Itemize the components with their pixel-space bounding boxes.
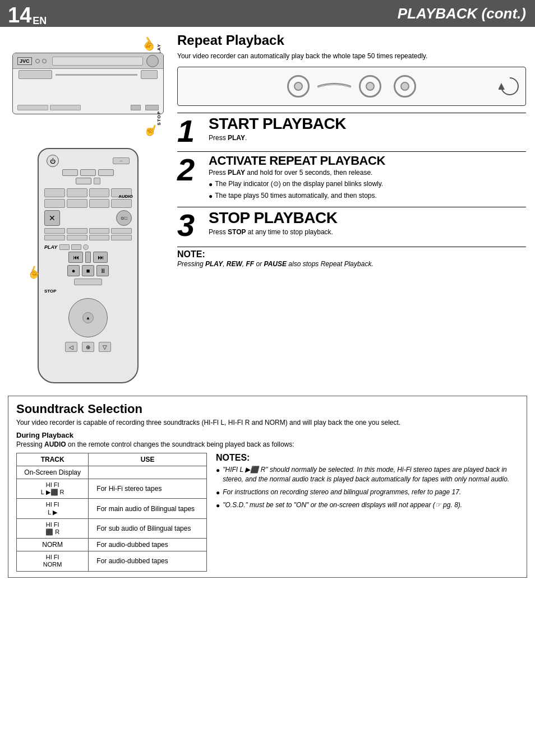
soundtrack-intro: Your video recorder is capable of record… xyxy=(16,419,519,426)
step-1-heading: START PLAYBACK xyxy=(209,115,526,133)
step-2-bullets: ● The Play indicator (⊙) on the display … xyxy=(209,179,526,201)
note-text: Pressing PLAY, REW, FF or PAUSE also sto… xyxy=(177,259,526,269)
page-title: PLAYBACK (cont.) xyxy=(52,0,535,27)
remote-small-row xyxy=(44,279,132,285)
vcr-illustration: PLAY JVC xyxy=(12,48,164,131)
remote-btn-3 xyxy=(98,169,114,176)
repeat-playback-title: Repeat Playback xyxy=(177,33,526,48)
vcr-btn-2 xyxy=(145,105,159,110)
table-row-hifi-r: HI FI⬛ R For sub audio of Bilingual tape… xyxy=(17,518,207,538)
step-1-block: 1 START PLAYBACK Press PLAY. xyxy=(177,113,526,147)
during-desc: Pressing AUDIO on the remote control cha… xyxy=(16,440,519,448)
table-col-track: TRACK xyxy=(17,453,89,466)
tape-path-svg xyxy=(317,78,351,95)
device-illustrations: PLAY JVC xyxy=(0,27,174,389)
remote-row-2 xyxy=(39,178,137,184)
tape-reel-far-right-inner xyxy=(400,82,409,91)
page-header: 14EN PLAYBACK (cont.) xyxy=(0,0,535,27)
remote-transport-sm xyxy=(85,252,91,263)
remote-plus-4 xyxy=(111,228,132,240)
remote-plus-top xyxy=(44,228,65,234)
vcr-brand-label: JVC xyxy=(17,57,32,65)
remote-stop-btn: ■ xyxy=(82,265,94,276)
remote-power-btn: ⏻ xyxy=(47,155,59,167)
remote-grid-btn-8 xyxy=(111,199,132,208)
remote-dpad-row: ▲ xyxy=(44,296,132,340)
vcr-slots xyxy=(17,105,81,110)
tape-reel-far-right xyxy=(394,75,416,98)
vcr-panel-1 xyxy=(19,70,52,79)
tape-reel-right xyxy=(359,75,381,98)
table-track-hifi-norm: HI FINORM xyxy=(17,551,89,571)
remote-btn-1 xyxy=(62,169,78,176)
remote-transport-btns: ⏮ ⏭ xyxy=(44,252,132,263)
track-table: TRACK USE On-Screen Display HI FIL ▶⬛ R … xyxy=(16,453,207,572)
remote-grid-btn-2 xyxy=(67,188,87,197)
remote-nav-up: ⊕ xyxy=(82,342,94,352)
soundtrack-note-1-text: "HIFI L ▶⬛ R" should normally be selecte… xyxy=(223,465,519,484)
remote-plus-top-2 xyxy=(67,228,87,234)
remote-grid-btn-3 xyxy=(89,188,110,197)
remote-ind-3 xyxy=(83,244,89,250)
table-track-hifi-l: HI FIL ▶ xyxy=(17,499,89,518)
remote-grid-btn-6 xyxy=(67,199,87,208)
soundtrack-title: Soundtrack Selection xyxy=(16,402,519,416)
vcr-led-2 xyxy=(42,59,47,63)
step-2-bullet-2: ● The tape plays 50 times automatically,… xyxy=(209,191,526,201)
bullet-dot-2: ● xyxy=(209,191,213,201)
remote-row-1 xyxy=(39,169,137,176)
table-track-norm: NORM xyxy=(17,539,89,551)
remote-x-btn: ✕ xyxy=(44,210,60,226)
table-row-onscreen: On-Screen Display xyxy=(17,466,207,479)
remote-special-btns: ✕ ⊙□ xyxy=(44,210,132,226)
table-notes-row: TRACK USE On-Screen Display HI FIL ▶⬛ R … xyxy=(16,453,519,572)
remote-play-btn: ● xyxy=(67,265,80,276)
remote-stop-area: STOP ▲ ◁ ⊕ ▽ xyxy=(39,287,137,353)
remote-plus-row xyxy=(44,228,132,240)
remote-play-row-label: PLAY xyxy=(44,244,132,250)
remote-nav-left: ◁ xyxy=(65,342,77,352)
remote-nav-right: ▽ xyxy=(99,342,111,352)
remote-ind-2 xyxy=(71,244,81,250)
soundtrack-note-3-text: "O.S.D." must be set to "ON" or the on-s… xyxy=(223,500,462,510)
remote-nav-row: ◁ ⊕ ▽ xyxy=(44,342,132,352)
remote-pause-btn: ⏸ xyxy=(96,265,109,276)
hand-play-icon: ☝ xyxy=(138,34,158,54)
table-track-onscreen: On-Screen Display xyxy=(17,466,89,479)
soundtrack-section: Soundtrack Selection Your video recorder… xyxy=(8,396,527,578)
table-use-norm: For audio-dubbed tapes xyxy=(89,539,207,551)
note-title: NOTE: xyxy=(177,249,526,259)
remote-dpad: ▲ xyxy=(68,298,108,337)
step-2-desc: Press PLAY and hold for over 5 seconds, … xyxy=(209,169,526,177)
soundtrack-notes: NOTES: ● "HIFI L ▶⬛ R" should normally b… xyxy=(216,453,519,514)
soundtrack-note-1: ● "HIFI L ▶⬛ R" should normally be selec… xyxy=(216,465,519,484)
remote-top-row: ⏻ ··· xyxy=(39,149,137,169)
remote-grid-btn-7 xyxy=(89,199,110,208)
vcr-slot-2 xyxy=(50,105,81,110)
repeat-playback-intro: Your video recorder can automatically pl… xyxy=(177,52,526,61)
vcr-line xyxy=(56,74,137,76)
table-row-hifi-norm: HI FINORM For audio-dubbed tapes xyxy=(17,551,207,571)
remote-ffwd-btn: ⏭ xyxy=(93,252,108,263)
step-3-content: STOP PLAYBACK Press STOP at any time to … xyxy=(209,207,526,238)
soundtrack-notes-title: NOTES: xyxy=(216,453,519,463)
remote-btn-4 xyxy=(76,178,91,184)
table-row-hifi-l: HI FIL ▶ For main audio of Bilingual tap… xyxy=(17,499,207,518)
table-track-hifi-r: HI FI⬛ R xyxy=(17,518,89,538)
soundtrack-note-2: ● For instructions on recording stereo a… xyxy=(216,488,519,498)
tape-reels xyxy=(283,75,421,98)
table-row-hifi-lr: HI FIL ▶⬛ R For Hi-Fi stereo tapes xyxy=(17,479,207,499)
bullet-dot-1: ● xyxy=(209,179,213,189)
note-block: NOTE: Pressing PLAY, REW, FF or PAUSE al… xyxy=(177,247,526,269)
vcr-top-bar: JVC xyxy=(13,53,163,69)
remote-small-sq xyxy=(94,178,100,184)
vcr-device: JVC xyxy=(12,53,164,114)
vcr-slot-1 xyxy=(17,105,48,110)
remote-grid-btn-1 xyxy=(44,188,65,197)
step-2-bullet-1-text: The Play indicator (⊙) on the display pa… xyxy=(215,179,383,189)
remote-stop-label: STOP xyxy=(44,289,57,294)
step-1-num: 1 xyxy=(177,113,204,147)
step-2-content: ACTIVATE REPEAT PLAYBACK Press PLAY and … xyxy=(209,152,526,202)
step-1-content: START PLAYBACK Press PLAY. xyxy=(209,113,526,144)
vcr-knob xyxy=(146,55,159,67)
